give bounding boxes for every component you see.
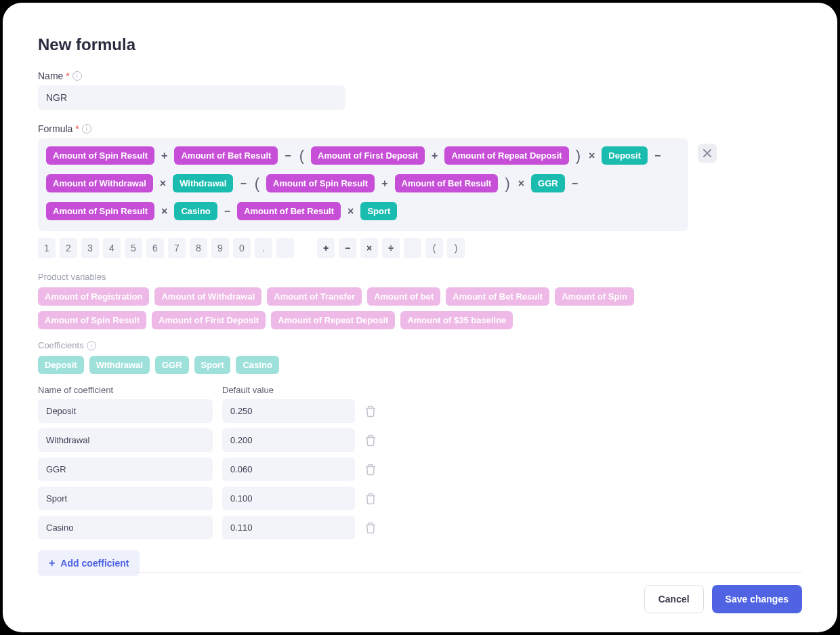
formula-variable-token[interactable]: Amount of Spin Result [46,202,154,220]
coefficients-table: Name of coefficient Default value [38,385,802,539]
formula-variable-token[interactable]: Amount of Spin Result [46,146,154,165]
formula-operator[interactable]: − [223,205,232,218]
keypad-digit[interactable]: 4 [103,238,121,258]
info-icon[interactable]: i [87,341,96,350]
coefficient-row [38,428,802,452]
save-button[interactable]: Save changes [712,585,802,613]
coefficient-chip[interactable]: Withdrawal [89,356,150,374]
formula-coefficient-token[interactable]: Sport [360,202,397,220]
product-variable-chip[interactable]: Amount of $35 baseline [400,311,513,329]
product-variable-chip[interactable]: Amount of Withdrawal [154,287,261,306]
formula-operator[interactable]: − [570,178,579,190]
product-variable-chip[interactable]: Amount of Repeat Deposit [271,311,395,329]
trash-icon[interactable] [364,493,377,505]
coefficient-name-input[interactable] [38,399,213,423]
keypad-digit[interactable]: 8 [190,238,207,258]
coefficient-row [38,457,802,481]
formula-variable-token[interactable]: Amount of Bet Result [395,174,499,192]
info-icon[interactable]: i [72,71,82,81]
keypad-paren[interactable]: ) [447,238,465,258]
keypad-digit[interactable]: 9 [211,238,229,258]
coef-value-header: Default value [222,385,355,395]
formula-operator[interactable]: × [517,178,526,190]
keypad-digit[interactable]: 2 [60,238,77,258]
product-variable-chip[interactable]: Amount of Transfer [267,287,362,306]
keypad-digit[interactable]: . [255,238,272,258]
coefficient-value-input[interactable] [222,399,355,423]
coefficient-name-input[interactable] [38,487,213,510]
close-icon [703,149,711,157]
formula-coefficient-token[interactable]: Withdrawal [173,174,233,192]
keypad-digit[interactable]: 5 [125,238,142,258]
formula-editor[interactable]: Amount of Spin Result+Amount of Bet Resu… [38,138,688,231]
product-variable-chip[interactable]: Amount of Spin Result [38,311,146,329]
cancel-button[interactable]: Cancel [644,585,704,613]
coefficient-chip[interactable]: Deposit [38,356,84,374]
product-variable-chip[interactable]: Amount of Bet Result [446,287,549,306]
coefficient-value-input[interactable] [222,457,355,481]
coefficient-chips-list: DepositWithdrawalGGRSportCasino [38,356,688,374]
keypad-operator[interactable]: + [317,238,335,258]
clear-formula-button[interactable] [698,144,717,163]
formula-paren[interactable]: ) [574,148,582,163]
trash-icon[interactable] [364,464,377,476]
keypad-digit[interactable]: 0 [233,238,251,258]
formula-variable-token[interactable]: Amount of Spin Result [266,174,375,192]
formula-coefficient-token[interactable]: GGR [531,174,565,192]
keypad-operator[interactable]: ÷ [382,238,400,258]
keypad-digit[interactable]: 1 [38,238,56,258]
formula-label: Formula* i [38,123,802,134]
keypad-operator[interactable]: × [360,238,378,258]
keypad-operator[interactable]: − [339,238,356,258]
formula-operator[interactable]: − [238,178,247,190]
formula-operator[interactable]: × [587,150,596,162]
formula-operator[interactable]: × [160,205,169,218]
product-variable-chip[interactable]: Amount of bet [367,287,440,306]
keypad-blank[interactable] [276,238,294,258]
formula-operator[interactable]: − [283,150,292,162]
page-title: New formula [38,35,802,54]
keypad-paren[interactable]: ( [425,238,443,258]
coefficient-row [38,487,802,510]
formula-variable-token[interactable]: Amount of Bet Result [174,146,278,165]
keypad-digit[interactable]: 6 [146,238,164,258]
coefficient-chip[interactable]: GGR [155,356,189,374]
keypad-blank[interactable] [404,238,421,258]
name-input[interactable] [38,85,345,110]
formula-coefficient-token[interactable]: Casino [174,202,217,220]
coefficient-chip[interactable]: Sport [194,356,231,374]
formula-operator[interactable]: × [159,178,167,190]
coefficient-name-input[interactable] [38,428,213,452]
trash-icon[interactable] [364,522,377,534]
trash-icon[interactable] [364,405,377,417]
product-variables-list: Amount of RegistrationAmount of Withdraw… [38,287,688,329]
info-icon[interactable]: i [82,124,91,134]
coefficient-name-input[interactable] [38,457,213,481]
coefficient-value-input[interactable] [222,516,355,539]
trash-icon[interactable] [364,434,377,447]
formula-operator[interactable]: + [430,150,439,162]
product-variable-chip[interactable]: Amount of First Deposit [152,311,266,329]
keypad: 1234567890.+−×÷() [38,238,802,258]
formula-paren[interactable]: ) [503,176,511,191]
coefficient-value-input[interactable] [222,428,355,452]
formula-variable-token[interactable]: Amount of First Deposit [311,146,425,165]
formula-variable-token[interactable]: Amount of Repeat Deposit [444,146,568,165]
formula-operator[interactable]: + [160,150,169,162]
formula-variable-token[interactable]: Amount of Withdrawal [46,174,153,192]
formula-coefficient-token[interactable]: Deposit [602,146,648,165]
formula-operator[interactable]: + [380,178,389,190]
formula-paren[interactable]: ( [298,148,306,163]
formula-operator[interactable]: × [346,205,355,218]
keypad-digit[interactable]: 3 [81,238,99,258]
coefficient-value-input[interactable] [222,487,355,510]
coefficient-chip[interactable]: Casino [236,356,278,374]
formula-paren[interactable]: ( [253,176,261,191]
coefficient-name-input[interactable] [38,516,213,539]
formula-operator[interactable]: − [653,150,662,162]
product-variable-chip[interactable]: Amount of Registration [38,287,149,306]
footer-actions: Cancel Save changes [38,572,802,613]
formula-variable-token[interactable]: Amount of Bet Result [237,202,341,220]
keypad-digit[interactable]: 7 [168,238,186,258]
product-variable-chip[interactable]: Amount of Spin [555,287,634,306]
